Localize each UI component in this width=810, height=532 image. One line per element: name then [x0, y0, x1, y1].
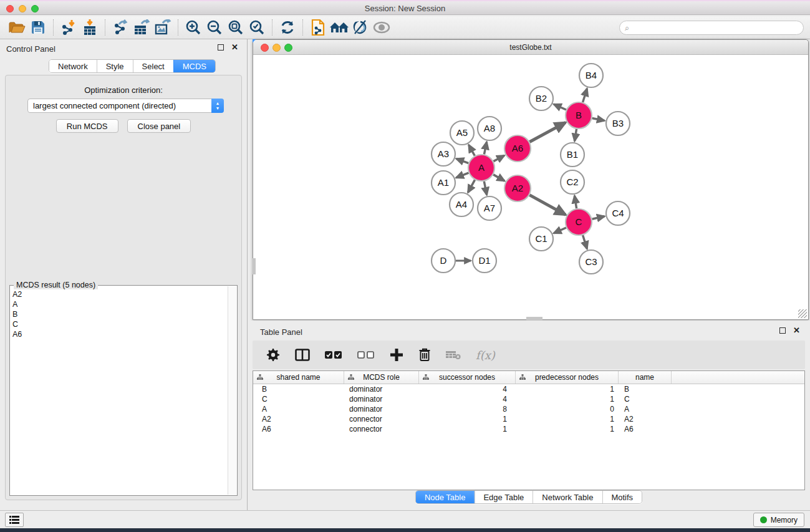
edge-A2-C[interactable]	[529, 195, 566, 215]
edge-B-B2[interactable]	[554, 104, 566, 110]
node-C4[interactable]: C4	[606, 201, 630, 225]
select-all-icon[interactable]	[325, 351, 342, 359]
cell-name[interactable]: A6	[619, 425, 672, 433]
edge-A-A7[interactable]	[484, 181, 486, 195]
cell-predecessor-nodes[interactable]: 1	[516, 415, 619, 423]
cell-name[interactable]: C	[619, 395, 672, 404]
network-canvas[interactable]: B4B2BB3A8A5A6A3B1AA1C2A2A4A7C4CC1C3DD1	[253, 55, 808, 319]
optimization-criterion-dropdown[interactable]: largest connected component (directed) ▲…	[27, 99, 224, 113]
node-B2[interactable]: B2	[529, 87, 553, 110]
cell-MCDS-role[interactable]: dominator	[344, 385, 419, 394]
cell-shared-name[interactable]: C	[253, 395, 344, 404]
zoom-out-icon[interactable]	[204, 18, 225, 37]
mcds-result-item[interactable]: A6	[12, 329, 227, 339]
search-field[interactable]: ⌕	[619, 21, 804, 35]
mcds-result-list[interactable]: A2ABCA6	[12, 289, 227, 494]
cell-successor-nodes[interactable]: 4	[419, 395, 516, 404]
tab-network[interactable]: Network	[49, 60, 97, 72]
refresh-icon[interactable]	[277, 18, 298, 37]
tab-mcds[interactable]: MCDS	[173, 60, 215, 72]
settings-icon[interactable]	[266, 348, 280, 362]
table-row[interactable]: A2connector11A2	[253, 414, 804, 424]
edge-B-B1[interactable]	[574, 129, 576, 142]
edge-A6-B[interactable]	[529, 122, 566, 142]
node-A4[interactable]: A4	[450, 193, 473, 216]
frame-left-handle[interactable]	[253, 258, 256, 274]
edge-B-B3[interactable]	[592, 118, 605, 120]
cell-MCDS-role[interactable]: connector	[344, 425, 419, 433]
result-scrollbar[interactable]	[228, 286, 236, 495]
edge-A-A8[interactable]	[484, 142, 486, 155]
edge-C-C2[interactable]	[574, 196, 576, 209]
column-header-MCDS-role[interactable]: MCDS role	[344, 371, 419, 384]
cell-name[interactable]: A2	[619, 415, 672, 423]
tab-style[interactable]: Style	[97, 60, 133, 72]
export-table-icon[interactable]	[131, 18, 152, 37]
close-panel-icon[interactable]: ✕	[231, 44, 238, 51]
edge-A-A5[interactable]	[469, 145, 475, 156]
add-column-icon[interactable]	[390, 348, 403, 362]
delete-icon[interactable]	[418, 348, 431, 362]
cell-shared-name[interactable]: B	[253, 385, 344, 394]
close-panel-button[interactable]: Close panel	[127, 119, 191, 133]
cell-MCDS-role[interactable]: connector	[344, 415, 419, 423]
show-hide-icon[interactable]	[350, 18, 371, 37]
cell-shared-name[interactable]: A2	[253, 415, 344, 423]
node-D[interactable]: D	[432, 249, 455, 273]
search-input[interactable]	[629, 24, 803, 32]
cell-successor-nodes[interactable]: 4	[419, 385, 516, 394]
tab-select[interactable]: Select	[133, 60, 173, 72]
memory-button[interactable]: Memory	[753, 513, 804, 527]
edge-A-A2[interactable]	[493, 175, 504, 181]
node-C3[interactable]: C3	[579, 250, 603, 274]
cell-name[interactable]: A	[619, 405, 672, 414]
edge-A-A4[interactable]	[468, 180, 475, 192]
edge-B-B4[interactable]	[583, 89, 587, 102]
task-history-button[interactable]	[5, 513, 24, 527]
deselect-all-icon[interactable]	[357, 351, 375, 359]
frame-resize-grip-icon[interactable]	[798, 309, 807, 318]
column-header-predecessor-nodes[interactable]: predecessor nodes	[516, 371, 619, 384]
float-panel-icon[interactable]	[218, 44, 224, 51]
edge-C-C1[interactable]	[554, 228, 566, 233]
edge-C-C3[interactable]	[583, 235, 587, 249]
zoom-fit-icon[interactable]	[225, 18, 246, 37]
node-A6[interactable]: A6	[504, 135, 531, 162]
cell-name[interactable]: B	[619, 385, 672, 394]
export-image-icon[interactable]	[152, 18, 173, 37]
cell-predecessor-nodes[interactable]: 1	[516, 385, 619, 394]
column-header-shared-name[interactable]: shared name	[253, 371, 344, 384]
edge-C-C4[interactable]	[592, 216, 604, 219]
mcds-result-item[interactable]: C	[12, 319, 227, 329]
mcds-result-item[interactable]: A2	[12, 289, 227, 299]
import-table-icon[interactable]	[79, 18, 100, 37]
cell-MCDS-role[interactable]: dominator	[344, 405, 419, 414]
table-row[interactable]: A6connector11A6	[253, 424, 804, 434]
node-A3[interactable]: A3	[432, 142, 455, 166]
network-window-titlebar[interactable]: testGlobe.txt	[253, 40, 808, 55]
tab-network-table[interactable]: Network Table	[533, 491, 602, 503]
frame-bottom-handle[interactable]	[526, 317, 542, 320]
node-A5[interactable]: A5	[450, 121, 474, 145]
node-C1[interactable]: C1	[529, 227, 553, 251]
tab-motifs[interactable]: Motifs	[602, 491, 642, 503]
zoom-selected-icon[interactable]	[246, 18, 268, 37]
import-network-icon[interactable]	[58, 18, 79, 37]
node-A8[interactable]: A8	[478, 117, 501, 140]
node-table[interactable]: shared nameMCDS rolesuccessor nodesprede…	[253, 370, 805, 490]
column-header-name[interactable]: name	[619, 371, 672, 384]
table-row[interactable]: Adominator80A	[253, 404, 804, 414]
zoom-in-icon[interactable]	[183, 18, 204, 37]
edge-A-A1[interactable]	[456, 173, 468, 178]
tab-edge-table[interactable]: Edge Table	[474, 491, 533, 503]
cell-predecessor-nodes[interactable]: 1	[516, 395, 619, 404]
node-A7[interactable]: A7	[478, 196, 501, 220]
cell-successor-nodes[interactable]: 1	[419, 415, 516, 423]
run-mcds-button[interactable]: Run MCDS	[56, 119, 118, 133]
node-B[interactable]: B	[566, 102, 592, 128]
cell-successor-nodes[interactable]: 8	[419, 405, 516, 414]
cell-shared-name[interactable]: A	[253, 405, 344, 414]
home-icon[interactable]	[329, 18, 350, 37]
float-table-panel-icon[interactable]	[779, 327, 786, 334]
cell-predecessor-nodes[interactable]: 0	[516, 405, 619, 414]
